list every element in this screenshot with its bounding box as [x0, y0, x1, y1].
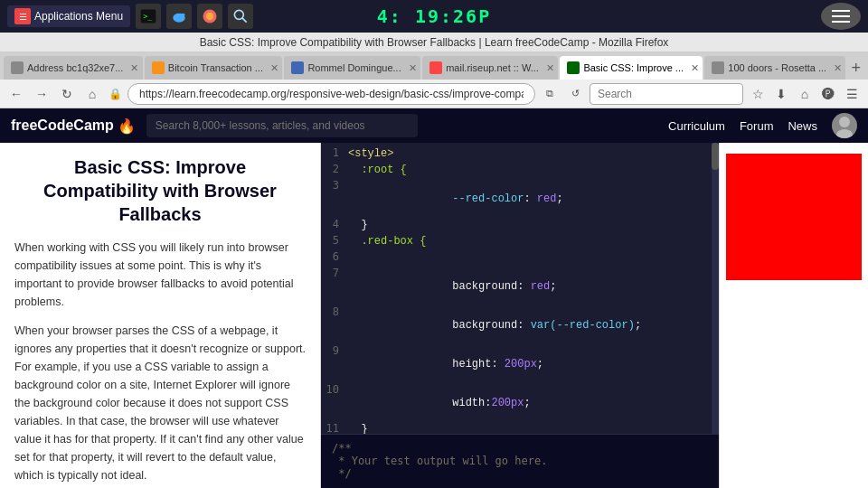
code-lines: 1 <style> 2 :root { 3 --red-color: red; — [321, 143, 719, 434]
copy-url-button[interactable]: ⧉ — [539, 83, 561, 105]
tab-address[interactable]: Address bc1q32xe7... ✕ — [4, 56, 143, 80]
nav-curriculum[interactable]: Curriculum — [668, 119, 725, 133]
code-line-10: 10 width:200px; — [321, 383, 719, 422]
nav-forum[interactable]: Forum — [740, 119, 774, 133]
taskbar: ☰ Applications Menu >_ 4: 19:26P — [0, 0, 868, 33]
tab-100doors[interactable]: 100 doors - Rosetta ... ✕ — [704, 56, 845, 80]
reload-button[interactable]: ↻ — [56, 83, 78, 105]
tab-mail[interactable]: mail.riseup.net :: W... ✕ — [422, 56, 558, 80]
terminal-icon[interactable]: >_ — [136, 4, 161, 29]
svg-point-3 — [181, 14, 185, 16]
tab-label: Bitcoin Transaction ... — [168, 62, 263, 73]
svg-line-7 — [242, 18, 247, 23]
tab-label: Rommel Domingue... — [307, 62, 401, 73]
lesson-paragraph-2: When your browser parses the CSS of a we… — [14, 322, 306, 484]
preview-panel — [719, 143, 868, 488]
tab-close-button[interactable]: ✕ — [130, 62, 138, 74]
tabs-bar: Address bc1q32xe7... ✕ Bitcoin Transacti… — [0, 52, 868, 80]
svg-point-5 — [206, 13, 213, 20]
new-tab-button[interactable]: + — [847, 56, 864, 80]
code-editor[interactable]: 1 <style> 2 :root { 3 --red-color: red; — [321, 143, 719, 434]
code-line-8: 8 background: var(--red-color); — [321, 305, 719, 344]
scrollbar-vertical[interactable] — [712, 143, 719, 434]
lesson-panel: Basic CSS: Improve Compatibility with Br… — [0, 143, 321, 488]
lock-icon: 🔒 — [107, 88, 124, 100]
output-panel: /** * Your test output will go here. */ — [321, 434, 719, 488]
tab-close-button[interactable]: ✕ — [691, 62, 699, 74]
code-line-4: 4 } — [321, 218, 719, 234]
firefox-icon[interactable] — [197, 4, 222, 29]
tab-close-button[interactable]: ✕ — [270, 62, 278, 74]
home-addr-button[interactable]: ⌂ — [794, 83, 816, 105]
tab-label: 100 doors - Rosetta ... — [728, 62, 826, 73]
pocket-button[interactable]: 🅟 — [817, 83, 839, 105]
back-button[interactable]: ← — [5, 83, 27, 105]
fcc-logo[interactable]: freeCodeCamp 🔥 — [11, 117, 136, 135]
tab-favicon — [429, 61, 442, 74]
scrollbar-thumb[interactable] — [712, 143, 719, 170]
lesson-paragraph-1: When working with CSS you will likely ru… — [14, 239, 306, 311]
tab-favicon — [712, 61, 724, 74]
tab-bitcoin[interactable]: Bitcoin Transaction ... ✕ — [145, 56, 283, 80]
tab-close-button[interactable]: ✕ — [834, 62, 842, 74]
applications-menu[interactable]: ☰ Applications Menu — [7, 5, 130, 27]
tab-label: Address bc1q32xe7... — [27, 62, 123, 73]
user-avatar[interactable] — [832, 113, 857, 138]
tab-favicon — [11, 61, 24, 74]
code-line-11: 11 } — [321, 422, 719, 434]
code-line-6: 6 — [321, 250, 719, 267]
fcc-header: freeCodeCamp 🔥 Curriculum Forum News — [0, 108, 868, 143]
url-input[interactable] — [127, 83, 535, 105]
code-line-1: 1 <style> — [321, 146, 719, 163]
tab-favicon — [567, 61, 580, 74]
tab-favicon — [152, 61, 165, 74]
browser-title-bar: Basic CSS: Improve Compatibility with Br… — [0, 33, 868, 52]
taskbar-menu-button[interactable] — [821, 3, 861, 30]
search-input[interactable] — [590, 83, 743, 105]
clock: 4: 19:26P — [377, 5, 491, 27]
bookmark-button[interactable]: ☆ — [747, 83, 769, 105]
menu-button[interactable]: ☰ — [841, 83, 863, 105]
hamburger-icon — [832, 10, 850, 23]
code-line-3: 3 --red-color: red; — [321, 179, 719, 218]
app-menu-icon: ☰ — [14, 8, 31, 24]
tab-close-button[interactable]: ✕ — [409, 62, 417, 74]
lesson-title: Basic CSS: Improve Compatibility with Br… — [14, 155, 306, 226]
editor-panel: 1 <style> 2 :root { 3 --red-color: red; — [321, 143, 719, 488]
fcc-search-input[interactable] — [146, 114, 418, 137]
red-box-preview — [726, 154, 862, 280]
code-line-7: 7 background: red; — [321, 267, 719, 305]
nav-news[interactable]: News — [788, 119, 817, 133]
tab-close-button[interactable]: ✕ — [546, 62, 554, 74]
address-bar-icons: ☆ ⬇ ⌂ 🅟 ☰ — [747, 83, 863, 105]
main-content: Basic CSS: Improve Compatibility with Br… — [0, 143, 868, 488]
fcc-nav: Curriculum Forum News — [668, 113, 857, 138]
output-text: /** * Your test output will go here. */ — [332, 442, 547, 480]
tab-label: mail.riseup.net :: W... — [446, 62, 539, 73]
code-line-9: 9 height: 200px; — [321, 344, 719, 383]
forward-button[interactable]: → — [31, 83, 52, 105]
code-line-5: 5 .red-box { — [321, 234, 719, 250]
tab-favicon — [291, 61, 304, 74]
svg-text:>_: >_ — [143, 12, 153, 21]
svg-point-8 — [839, 117, 850, 127]
tab-label: Basic CSS: Improve ... — [583, 62, 684, 73]
magnifier-icon[interactable] — [228, 4, 253, 29]
tab-rommel[interactable]: Rommel Domingue... ✕ — [284, 56, 420, 80]
refresh-button[interactable]: ↺ — [564, 83, 586, 105]
dolphin-icon[interactable] — [166, 4, 192, 29]
fire-icon: 🔥 — [118, 117, 136, 135]
address-bar: ← → ↻ ⌂ 🔒 ⧉ ↺ ☆ ⬇ ⌂ 🅟 ☰ — [0, 80, 868, 108]
download-button[interactable]: ⬇ — [770, 83, 792, 105]
svg-point-9 — [836, 129, 853, 138]
browser-title-text: Basic CSS: Improve Compatibility with Br… — [200, 36, 669, 49]
app-menu-label: Applications Menu — [34, 10, 123, 23]
fcc-logo-text: freeCodeCamp — [11, 117, 114, 134]
code-line-2: 2 :root { — [321, 163, 719, 179]
home-button[interactable]: ⌂ — [81, 83, 103, 105]
tab-fcc-active[interactable]: Basic CSS: Improve ... ✕ — [560, 56, 703, 80]
